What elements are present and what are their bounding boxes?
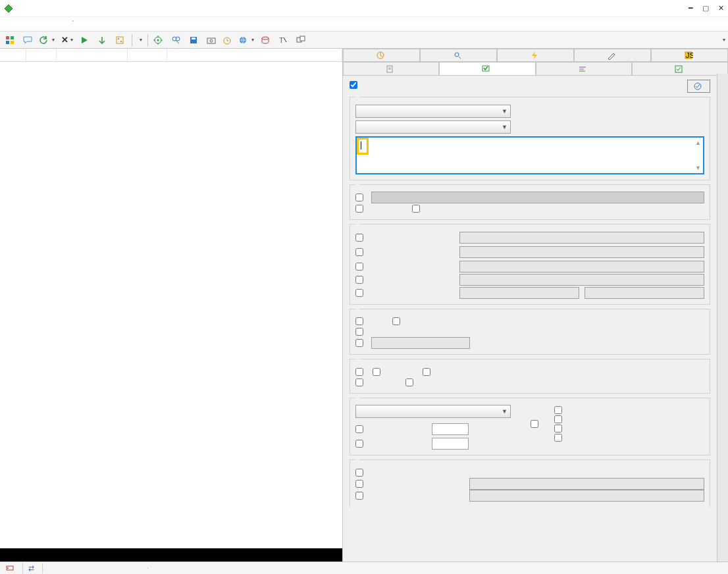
time-heatmap-checkbox[interactable] bbox=[531, 406, 541, 442]
hide-larger-input[interactable] bbox=[432, 438, 469, 450]
menu-help[interactable] bbox=[50, 24, 58, 25]
url-hide-input bbox=[459, 246, 704, 258]
show-ie-traffic-checkbox[interactable] bbox=[355, 205, 366, 213]
hide-smaller-checkbox[interactable] bbox=[355, 425, 428, 433]
response-headers-group bbox=[350, 459, 710, 507]
hide-svc-traffic-checkbox[interactable] bbox=[412, 205, 423, 213]
col-num[interactable] bbox=[0, 49, 26, 61]
delete-req-headers-checkbox[interactable] bbox=[355, 276, 454, 284]
set-req-header-value bbox=[585, 287, 704, 299]
hosts-group: ▼ ▼ ▲ ▼ bbox=[350, 97, 710, 180]
delete-resp-headers-checkbox[interactable] bbox=[355, 492, 464, 500]
zone-filter-select[interactable]: ▼ bbox=[355, 105, 511, 118]
tab-apitest[interactable] bbox=[632, 62, 728, 75]
menu-geoedge[interactable] bbox=[79, 24, 87, 25]
col-url[interactable] bbox=[167, 49, 342, 61]
keep-sessions-dropdown[interactable]: ▾ bbox=[135, 36, 145, 44]
col-host[interactable] bbox=[128, 49, 167, 61]
tab-composer[interactable] bbox=[574, 49, 651, 61]
col-protocol[interactable] bbox=[57, 49, 128, 61]
statusbar: ⇄ bbox=[0, 561, 728, 574]
hide-2xx-checkbox[interactable] bbox=[355, 368, 366, 376]
client-process-group bbox=[350, 184, 710, 221]
content-type-select[interactable]: ▼ bbox=[355, 405, 511, 418]
flag-setcookie-checkbox[interactable] bbox=[355, 469, 704, 477]
menu-view[interactable] bbox=[41, 24, 49, 25]
remove-button[interactable]: ✕▾ bbox=[59, 34, 76, 46]
hide-auth-checkbox[interactable] bbox=[423, 368, 433, 376]
process-filter[interactable]: ⇄ bbox=[23, 563, 43, 573]
timer-button[interactable] bbox=[220, 34, 234, 46]
tab-filters[interactable] bbox=[439, 62, 535, 75]
menu-getbook[interactable] bbox=[59, 24, 67, 25]
hide-non2xx-checkbox[interactable] bbox=[373, 368, 383, 376]
find-button[interactable] bbox=[169, 34, 185, 46]
url-hide-checkbox[interactable] bbox=[355, 248, 454, 256]
menu-file[interactable] bbox=[4, 24, 12, 25]
maximize-button[interactable]: ▢ bbox=[702, 4, 709, 13]
break-content-type-checkbox[interactable] bbox=[355, 339, 366, 347]
tearoff-button[interactable] bbox=[294, 34, 310, 46]
comment-button[interactable] bbox=[20, 34, 35, 46]
flag-resp-headers-checkbox[interactable] bbox=[355, 480, 464, 488]
winconfig-button[interactable] bbox=[3, 34, 19, 46]
go-button[interactable] bbox=[77, 34, 93, 46]
tab-autoresponder[interactable] bbox=[497, 49, 574, 61]
hide-redirects-checkbox[interactable] bbox=[355, 378, 366, 386]
stream-button[interactable] bbox=[95, 34, 111, 46]
tab-log[interactable] bbox=[343, 62, 439, 75]
screenshot-button[interactable] bbox=[204, 34, 219, 46]
geoedge-icon bbox=[68, 20, 78, 29]
flag-req-headers-input bbox=[459, 261, 704, 273]
tab-fiddlerscript[interactable]: JS bbox=[651, 49, 728, 61]
empty-sessions-message bbox=[0, 62, 342, 548]
type-size-group: ▼ bbox=[350, 398, 710, 456]
svg-point-29 bbox=[262, 37, 269, 39]
menu-rules[interactable] bbox=[22, 24, 30, 25]
svg-rect-23 bbox=[207, 38, 215, 43]
set-req-header-checkbox[interactable] bbox=[355, 289, 454, 297]
capturing-indicator[interactable] bbox=[0, 563, 23, 573]
clear-cache-button[interactable] bbox=[258, 34, 274, 46]
break-get-checkbox[interactable] bbox=[392, 317, 403, 325]
set-req-header-name bbox=[459, 287, 579, 299]
replay-button[interactable]: ▾ bbox=[36, 34, 57, 46]
right-scrollbar[interactable] bbox=[717, 74, 728, 561]
flag-req-headers-checkbox[interactable] bbox=[355, 263, 454, 271]
col-result[interactable] bbox=[26, 49, 57, 61]
save-button[interactable] bbox=[186, 34, 203, 46]
use-filters-checkbox[interactable] bbox=[350, 81, 360, 89]
menu-edit[interactable] bbox=[13, 24, 21, 25]
hide-smaller-input[interactable] bbox=[432, 423, 469, 435]
block-script-checkbox[interactable] bbox=[554, 406, 565, 414]
tab-statistics[interactable] bbox=[343, 49, 420, 61]
host-filter-select[interactable]: ▼ bbox=[355, 120, 511, 134]
quickexec-bar[interactable] bbox=[0, 548, 342, 561]
hide-larger-checkbox[interactable] bbox=[355, 440, 428, 448]
block-swf-checkbox[interactable] bbox=[554, 425, 565, 432]
minimize-button[interactable]: ━ bbox=[689, 4, 693, 13]
svg-point-37 bbox=[455, 53, 459, 57]
svg-text:T: T bbox=[279, 36, 284, 44]
menubar bbox=[0, 17, 728, 32]
decode-button[interactable] bbox=[113, 34, 129, 46]
svg-marker-0 bbox=[5, 5, 13, 13]
hosts-input-box[interactable]: ▲ ▼ bbox=[355, 136, 704, 174]
hide-304-checkbox[interactable] bbox=[405, 378, 416, 386]
url-contains-checkbox[interactable] bbox=[355, 234, 454, 242]
sessions-pane bbox=[0, 49, 343, 561]
any-process-button[interactable] bbox=[151, 34, 167, 46]
svg-line-31 bbox=[284, 38, 286, 42]
show-traffic-from-checkbox[interactable] bbox=[355, 194, 366, 201]
tab-inspectors[interactable] bbox=[420, 49, 497, 61]
tab-timeline[interactable] bbox=[536, 62, 632, 75]
block-css-checkbox[interactable] bbox=[554, 434, 565, 442]
menu-tools[interactable] bbox=[32, 24, 39, 25]
textwizard-button[interactable]: T bbox=[276, 34, 292, 46]
browse-button[interactable]: ▾ bbox=[236, 34, 257, 46]
close-button[interactable]: ✕ bbox=[718, 4, 724, 13]
block-image-checkbox[interactable] bbox=[554, 415, 565, 423]
actions-button[interactable] bbox=[687, 80, 710, 93]
break-xhr-checkbox[interactable] bbox=[355, 328, 704, 336]
break-post-checkbox[interactable] bbox=[355, 317, 366, 325]
